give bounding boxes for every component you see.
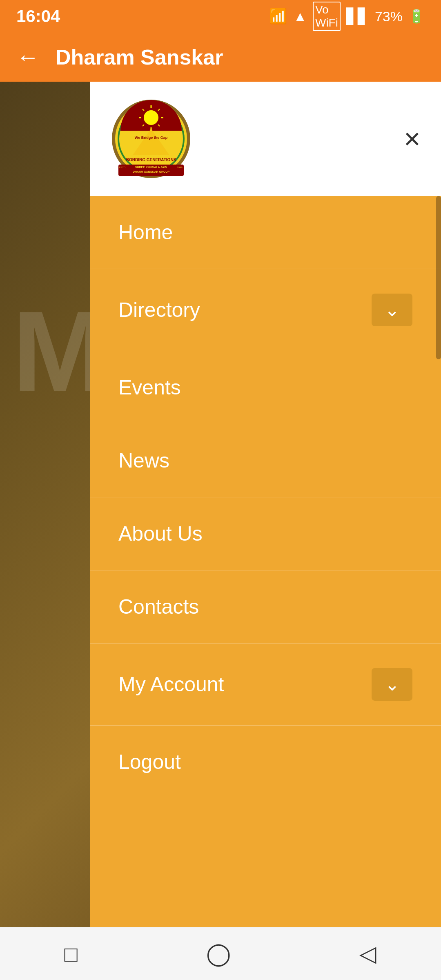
chevron-down-icon-2: ⌄ [385, 675, 400, 693]
circle-icon: ◯ [206, 941, 231, 967]
scrollbar[interactable] [436, 196, 441, 359]
menu-label-directory: Directory [118, 298, 200, 322]
chevron-down-icon: ⌄ [385, 301, 400, 319]
menu-item-events[interactable]: Events [90, 351, 441, 424]
svg-text:ESTD.: ESTD. [119, 166, 126, 169]
back-button[interactable]: ← [16, 46, 39, 69]
drawer-menu: Home Directory ⌄ Events News About Us Co… [90, 196, 441, 980]
menu-item-directory[interactable]: Directory ⌄ [90, 269, 441, 351]
menu-label-news: News [118, 449, 169, 472]
menu-item-home[interactable]: Home [90, 196, 441, 269]
navigation-drawer: We Bridge the Gap BONDING GENERATIONS SH… [90, 82, 441, 980]
battery-indicator: 73% [375, 9, 403, 24]
back-nav-button[interactable]: ◁ [359, 941, 376, 967]
signal-icon: ▋▋ [346, 8, 369, 25]
status-icons: 📶 ▲ VoWiFi ▋▋ 73% 🔋 [269, 2, 425, 31]
svg-text:We Bridge the Gap: We Bridge the Gap [135, 136, 168, 140]
menu-label-events: Events [118, 376, 181, 399]
menu-label-home: Home [118, 220, 173, 244]
menu-item-logout[interactable]: Logout [90, 726, 441, 798]
recent-apps-button[interactable]: □ [65, 941, 78, 967]
logo: We Bridge the Gap BONDING GENERATIONS SH… [110, 98, 192, 180]
status-bar: 16:04 📶 ▲ VoWiFi ▋▋ 73% 🔋 [0, 0, 441, 33]
vowifi-icon: VoWiFi [313, 2, 341, 31]
status-time: 16:04 [16, 7, 60, 26]
svg-text:DHARM SANSKAR GROUP: DHARM SANSKAR GROUP [133, 170, 170, 173]
svg-point-4 [144, 110, 158, 125]
menu-item-about-us[interactable]: About Us [90, 497, 441, 570]
bluetooth-icon: 📶 [269, 8, 287, 25]
menu-label-logout: Logout [118, 750, 181, 774]
logo-svg: We Bridge the Gap BONDING GENERATIONS SH… [110, 98, 192, 180]
menu-item-contacts[interactable]: Contacts [90, 570, 441, 644]
menu-label-my-account: My Account [118, 673, 224, 696]
directory-chevron-button[interactable]: ⌄ [372, 294, 412, 326]
menu-item-news[interactable]: News [90, 424, 441, 497]
wifi-icon: ▲ [293, 9, 307, 24]
menu-item-my-account[interactable]: My Account ⌄ [90, 644, 441, 726]
app-title: Dharam Sanskar [56, 45, 223, 69]
triangle-back-icon: ◁ [359, 941, 376, 967]
menu-label-contacts: Contacts [118, 595, 199, 619]
svg-text:1999: 1999 [177, 166, 183, 169]
drawer-header: We Bridge the Gap BONDING GENERATIONS SH… [90, 82, 441, 196]
square-icon: □ [65, 941, 78, 967]
battery-icon: 🔋 [408, 9, 425, 24]
android-nav-bar: □ ◯ ◁ [0, 927, 441, 980]
close-button[interactable]: × [404, 125, 421, 153]
menu-label-about-us: About Us [118, 522, 203, 546]
home-button[interactable]: ◯ [206, 941, 231, 967]
my-account-chevron-button[interactable]: ⌄ [372, 668, 412, 701]
app-bar: ← Dharam Sanskar [0, 33, 441, 82]
svg-text:SHREE KHUDALA JAIN: SHREE KHUDALA JAIN [135, 166, 167, 169]
svg-text:BONDING GENERATIONS: BONDING GENERATIONS [126, 158, 176, 162]
